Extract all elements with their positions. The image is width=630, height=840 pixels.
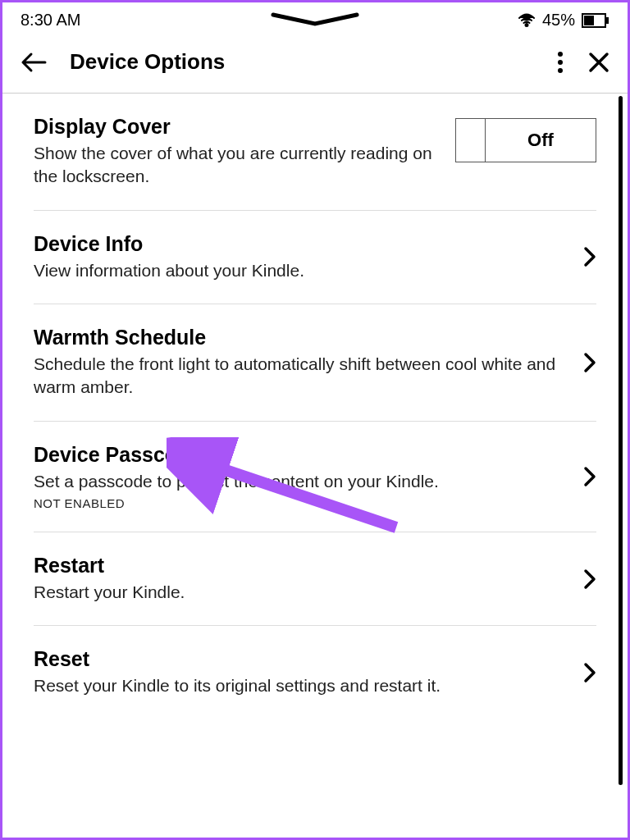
row-device-info[interactable]: Device Info View information about your … [34,211,596,304]
status-right: 45% [518,11,609,30]
battery-icon [582,13,609,28]
row-title: Restart [34,554,567,578]
row-device-passcode[interactable]: Device Passcode Set a passcode to protec… [34,422,596,532]
row-desc: Schedule the front light to automaticall… [34,353,567,399]
row-desc: Set a passcode to protect the content on… [34,470,567,493]
svg-point-4 [558,60,563,65]
app-frame: 8:30 AM 45% Device Options [0,0,630,840]
clock: 8:30 AM [21,11,80,30]
wifi-icon [518,13,536,28]
chevron-right-icon [583,246,596,267]
row-desc: Restart your Kindle. [34,581,567,604]
chevron-right-icon [583,662,596,683]
page-title: Device Options [70,49,225,75]
svg-rect-1 [606,17,609,24]
row-display-cover[interactable]: Display Cover Show the cover of what you… [34,94,596,211]
row-desc: Show the cover of what you are currently… [34,142,439,189]
settings-content: Display Cover Show the cover of what you… [2,94,628,799]
back-button[interactable] [21,52,47,73]
row-title: Reset [34,647,567,671]
row-warmth-schedule[interactable]: Warmth Schedule Schedule the front light… [34,304,596,422]
battery-percent: 45% [542,11,575,30]
row-title: Device Passcode [34,443,567,467]
scrollbar[interactable] [619,96,623,785]
row-restart[interactable]: Restart Restart your Kindle. [34,532,596,626]
row-reset[interactable]: Reset Reset your Kindle to its original … [34,626,596,719]
settings-list: Display Cover Show the cover of what you… [2,94,628,719]
close-button[interactable] [588,52,609,73]
toggle-knob [456,119,486,162]
title-bar: Device Options [2,34,628,94]
row-desc: Reset your Kindle to its original settin… [34,674,567,697]
svg-rect-2 [584,16,594,25]
row-title: Display Cover [34,115,439,139]
row-title: Device Info [34,232,567,256]
row-desc: View information about your Kindle. [34,259,567,282]
svg-point-5 [558,68,563,73]
more-menu-icon[interactable] [557,51,564,74]
chevron-right-icon [583,568,596,590]
pull-down-indicator[interactable] [270,12,360,27]
chevron-right-icon [583,466,596,487]
row-status: NOT ENABLED [34,496,567,510]
display-cover-toggle[interactable]: Off [455,118,596,162]
toggle-label: Off [486,119,596,162]
chevron-right-icon [583,352,596,373]
svg-point-3 [558,52,563,57]
row-title: Warmth Schedule [34,326,567,349]
